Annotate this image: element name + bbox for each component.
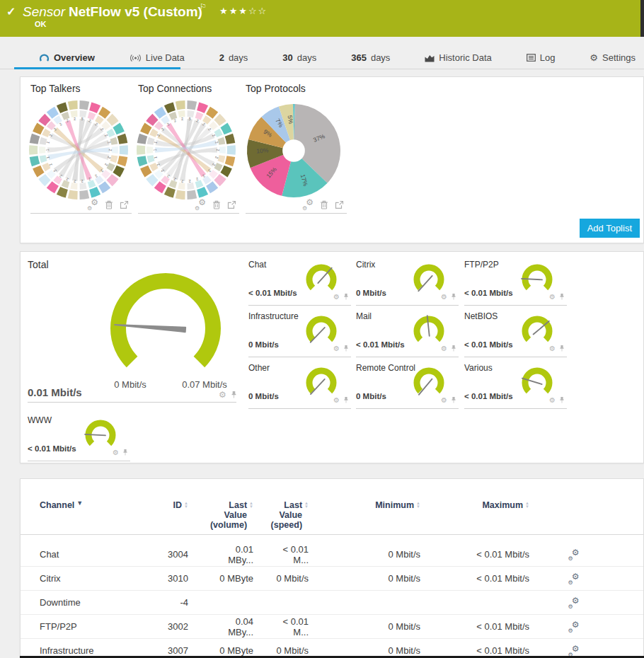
- add-toplist-button[interactable]: Add Toplist: [580, 219, 640, 238]
- divider: [248, 305, 351, 306]
- channel-gauge[interactable]: [519, 260, 555, 296]
- channel-gauge[interactable]: [411, 364, 447, 399]
- channel-gauge[interactable]: [411, 312, 447, 347]
- divider: [138, 213, 239, 214]
- toplist-settings-icon[interactable]: ⚙⚙: [88, 200, 98, 209]
- divider: [356, 357, 459, 357]
- cell-maximum: < 0.01 Mbit/s: [429, 549, 535, 560]
- gauge-settings-icon[interactable]: ⚙: [333, 345, 340, 352]
- channel-label: Various: [464, 363, 493, 373]
- gauge-settings-icon[interactable]: ⚙: [219, 391, 226, 399]
- total-gauge[interactable]: [102, 266, 229, 379]
- top-connections-chord-chart[interactable]: 52222222222222222211122222: [133, 97, 239, 203]
- tab-live-data[interactable]: Live Data: [130, 52, 185, 63]
- gauge-settings-icon[interactable]: ⚙: [549, 397, 556, 404]
- gear-icon: ⚙: [590, 52, 598, 63]
- pin-icon[interactable]: [559, 396, 565, 404]
- pin-icon[interactable]: [122, 449, 128, 456]
- gauge-settings-icon[interactable]: ⚙: [113, 449, 119, 456]
- gauge-settings-icon[interactable]: ⚙: [333, 397, 340, 404]
- channel-gauge[interactable]: [304, 312, 339, 347]
- pin-icon[interactable]: [451, 396, 456, 404]
- column-header-minimum[interactable]: Minimum▲▼: [337, 500, 429, 530]
- tab-2-days[interactable]: 2 days: [219, 52, 248, 63]
- gauge-settings-icon[interactable]: ⚙: [441, 294, 447, 301]
- external-link-icon[interactable]: [227, 200, 236, 209]
- column-header-last-value-volume[interactable]: Last Value(volume)▲▼: [209, 500, 275, 530]
- pin-icon[interactable]: [343, 396, 349, 404]
- channel-settings-icon[interactable]: ⚙⚙: [569, 622, 580, 632]
- table-row-downtime[interactable]: Downtime -4 ⚙⚙: [21, 591, 643, 615]
- channel-gauge[interactable]: [519, 364, 555, 399]
- table-row-infrastructure[interactable]: Infrastructure 3007 0 MByte 0 Mbit/s 0 M…: [21, 639, 643, 658]
- column-header-id[interactable]: ID▲▼: [166, 500, 209, 530]
- sort-desc-icon: ▼: [76, 500, 83, 507]
- pin-icon[interactable]: [559, 293, 565, 301]
- channel-gauge-ftp-p2p: FTP/P2P < 0.01 Mbit/s ⚙: [464, 258, 569, 306]
- tab-label: Historic Data: [439, 52, 491, 63]
- external-link-icon[interactable]: [335, 200, 344, 209]
- svg-text:10%: 10%: [256, 146, 269, 154]
- svg-text:2: 2: [173, 118, 177, 123]
- status-check-icon: ✓: [6, 5, 16, 18]
- gauge-settings-icon[interactable]: ⚙: [549, 345, 556, 352]
- channel-gauge[interactable]: [411, 260, 447, 296]
- table-row-citrix[interactable]: Citrix 3010 0 MByte 0 Mbit/s 0 Mbit/s < …: [21, 567, 643, 591]
- priority-stars[interactable]: ★★★☆☆: [219, 6, 268, 16]
- channel-settings-icon[interactable]: ⚙⚙: [569, 646, 580, 656]
- trash-icon[interactable]: [212, 200, 221, 209]
- channel-settings-icon[interactable]: ⚙⚙: [569, 598, 580, 608]
- flag-icon[interactable]: ⚐: [200, 2, 207, 11]
- column-header-maximum[interactable]: Maximum▲▼: [429, 500, 535, 530]
- channel-gauge[interactable]: [83, 416, 118, 451]
- table-row-ftp-p2p[interactable]: FTP/P2P 3002 0.04 MBy... < 0.01 M... 0 M…: [21, 615, 643, 639]
- divider: [464, 357, 567, 357]
- trash-icon[interactable]: [320, 200, 328, 209]
- toplist-settings-icon[interactable]: ⚙⚙: [195, 200, 206, 209]
- tab-365-days[interactable]: 365 days: [351, 52, 390, 63]
- tab-label: days: [297, 52, 316, 63]
- cell-minimum: 0 Mbit/s: [337, 621, 429, 632]
- tab-settings[interactable]: ⚙ Settings: [590, 52, 636, 63]
- svg-text:2: 2: [188, 179, 191, 183]
- pin-icon[interactable]: [451, 293, 456, 301]
- tab-30-days[interactable]: 30 days: [282, 52, 316, 63]
- gauge-settings-icon[interactable]: ⚙: [441, 397, 447, 404]
- channel-label: NetBIOS: [464, 311, 498, 321]
- total-gauge-max-label: 0.07 Mbit/s: [169, 379, 240, 390]
- channel-gauge[interactable]: [304, 260, 339, 296]
- svg-text:2: 2: [48, 163, 53, 167]
- tab-label: Settings: [602, 52, 636, 63]
- pin-icon[interactable]: [231, 391, 237, 399]
- pin-icon[interactable]: [343, 293, 349, 301]
- gauge-settings-icon[interactable]: ⚙: [549, 294, 556, 301]
- tab-log[interactable]: Log: [527, 52, 556, 63]
- tab-number: 2: [219, 52, 224, 63]
- pin-icon[interactable]: [451, 345, 456, 352]
- trash-icon[interactable]: [105, 200, 113, 209]
- channel-label: Infrastructure: [248, 311, 299, 321]
- channel-gauge[interactable]: [519, 312, 555, 347]
- table-row-chat[interactable]: Chat 3004 0.01 MBy... < 0.01 M... 0 Mbit…: [21, 543, 643, 567]
- divider: [356, 408, 459, 409]
- pin-icon[interactable]: [343, 345, 349, 352]
- channel-settings-icon[interactable]: ⚙⚙: [569, 574, 580, 584]
- svg-text:2: 2: [74, 117, 76, 121]
- gauge-settings-icon[interactable]: ⚙: [333, 294, 340, 301]
- toplist-settings-icon[interactable]: ⚙⚙: [303, 200, 314, 209]
- top-protocols-pie-chart[interactable]: 37%17%15%10%9%7%5%: [241, 97, 347, 203]
- channel-settings-icon[interactable]: ⚙⚙: [569, 550, 580, 560]
- divider: [464, 305, 567, 306]
- channel-gauge-various: Various < 0.01 Mbit/s ⚙: [464, 361, 569, 409]
- pin-icon[interactable]: [559, 345, 565, 352]
- tab-label: days: [371, 52, 390, 63]
- tab-overview[interactable]: Overview: [39, 52, 95, 63]
- column-header-channel[interactable]: Channel▼: [40, 500, 166, 530]
- external-link-icon[interactable]: [120, 200, 129, 209]
- gauge-settings-icon[interactable]: ⚙: [441, 345, 447, 352]
- column-header-last-value-speed[interactable]: Last Value(speed)▲▼: [275, 500, 337, 530]
- channel-gauge[interactable]: [304, 364, 339, 399]
- gauge-icon: [39, 53, 50, 62]
- tab-historic-data[interactable]: Historic Data: [425, 52, 491, 63]
- top-talkers-chord-chart[interactable]: 52222222222222222211122222: [25, 97, 132, 203]
